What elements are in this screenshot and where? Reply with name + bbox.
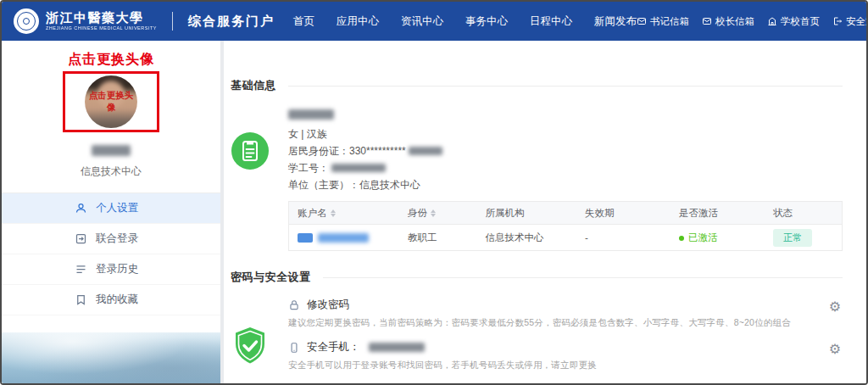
portal-title: 综合服务门户 [188,14,275,30]
id-card-tail-redacted [409,147,442,155]
security-list: 修改密码 建议您定期更换密码，当前密码策略为：密码要求最低分数55分，密码必须是… [288,293,843,383]
app-window: 浙江中醫藥大學 ZHEJIANG CHINESE MEDICAL UNIVERS… [0,0,868,385]
account-name-cell [289,225,400,251]
security-title: 密码与安全设置 [231,270,311,285]
security-body: 修改密码 建议您定期更换密码，当前密码策略为：密码要求最低分数55分，密码必须是… [231,293,843,383]
quick-link-label: 书记信箱 [650,15,689,28]
sidebar-item-label: 联合登录 [96,232,138,246]
section-rule [288,86,843,86]
security-item-phone: 安全手机： 安全手机可以用于登录账号和找回密码，若手机号码丢失或停用，请立即更换… [288,336,843,376]
col-header-expiry: 失效期 [576,202,670,225]
profile-name-redacted [288,109,334,120]
nav-item-app-center[interactable]: 应用中心 [337,14,379,29]
university-name: 浙江中醫藥大學 [46,12,157,25]
account-type-icon [298,233,313,243]
logout-link[interactable]: 安全退出 [832,15,868,28]
sidebar-water-image [2,332,220,383]
security-item-email: 安全邮箱：暂无 安全邮箱可以用于登录账号和找回密码，若邮箱弃用，请立即更换 ⚙ [288,378,843,383]
main-nav: 首页 应用中心 资讯中心 事务中心 日程中心 新闻发布 [293,14,637,29]
mail-icon [702,16,712,26]
accounts-table-header-row: 账户名 身份 所属机构 失效期 是否激活 状态 [289,202,843,225]
col-header-activated: 是否激活 [670,202,765,225]
brand-divider [172,12,173,31]
basic-info-badge-col [231,109,270,251]
expiry-cell: - [576,225,670,251]
security-item-title-row: 安全手机： [288,340,805,354]
sidebar-item-login-history[interactable]: 登录历史 [2,254,220,285]
unit-line: 单位（主要）：信息技术中心 [288,176,843,193]
brand-text: 浙江中醫藥大學 ZHEJIANG CHINESE MEDICAL UNIVERS… [46,12,157,31]
main-content: 基础信息 女 | 汉族 居民身份证：330********** [224,41,866,383]
sort-icon [331,209,336,217]
sort-icon [431,209,436,217]
school-icon [767,16,777,26]
staff-id-redacted [331,164,386,172]
sidebar-item-personal-settings[interactable]: 个人设置 [2,193,220,224]
user-name-redacted [92,145,131,156]
university-subtitle: ZHEJIANG CHINESE MEDICAL UNIVERSITY [46,26,157,31]
staff-id-label: 学工号： [288,161,329,176]
phone-icon [288,342,300,354]
password-settings-gear-icon[interactable]: ⚙ [829,300,841,314]
sidebar-menu: 个人设置 联合登录 登录历史 我的收藏 [2,193,220,315]
avatar-overlay-label: 点击更换头像 [85,75,137,128]
nav-item-info-center[interactable]: 资讯中心 [401,14,443,29]
accounts-table: 账户名 身份 所属机构 失效期 是否激活 状态 [288,201,843,251]
security-section-head: 密码与安全设置 [231,270,843,285]
lock-icon [288,299,300,311]
user-avatar[interactable]: 点击更换头像 [85,75,137,128]
user-department: 信息技术中心 [81,165,142,179]
brand: 浙江中醫藥大學 ZHEJIANG CHINESE MEDICAL UNIVERS… [14,8,275,34]
avatar-annotation-box: 点击更换头像 [63,71,159,132]
col-header-account-name[interactable]: 账户名 [289,202,400,225]
unit-label: 单位（主要）： [288,178,359,192]
security-item-title-row: 修改密码 [288,298,805,312]
president-mailbox-link[interactable]: 校长信箱 [702,15,754,28]
activated-dot-icon [679,236,684,241]
status-cell: 正常 [765,225,842,251]
secretary-mailbox-link[interactable]: 书记信箱 [637,15,689,28]
change-password-label[interactable]: 修改密码 [307,298,349,312]
nav-item-news[interactable]: 新闻发布 [594,14,637,29]
mail-icon [637,16,647,26]
activation-text: 已激活 [688,232,718,243]
sidebar-item-label: 我的收藏 [96,293,138,307]
status-badge: 正常 [773,229,812,247]
nav-item-schedule-center[interactable]: 日程中心 [530,14,572,29]
secure-phone-label: 安全手机： [307,340,360,354]
logout-icon [832,16,843,26]
id-card-visible: 330********** [349,145,406,157]
nav-item-home[interactable]: 首页 [293,14,314,29]
top-navbar: 浙江中醫藥大學 ZHEJIANG CHINESE MEDICAL UNIVERS… [2,2,866,41]
topbar-quick-links: 书记信箱 校长信箱 学校首页 安全退出 [637,15,868,28]
joint-login-icon [75,232,87,245]
basic-info-section-head: 基础信息 [231,78,843,93]
history-icon [75,263,87,276]
activation-cell: 已激活 [670,225,765,251]
table-row: 教职工 信息技术中心 - 已激活 正常 [289,225,843,251]
security-shield-icon [231,326,270,366]
phone-settings-gear-icon[interactable]: ⚙ [829,343,841,356]
sidebar-item-favorites[interactable]: 我的收藏 [2,285,220,315]
sidebar-item-joint-login[interactable]: 联合登录 [2,224,220,254]
basic-info-title: 基础信息 [231,78,276,93]
favorites-icon [75,293,87,306]
nav-item-affairs-center[interactable]: 事务中心 [465,14,508,29]
security-item-title-row: 安全邮箱：暂无 [288,382,805,383]
user-icon [75,202,87,215]
identity-cell: 教职工 [399,225,476,251]
quick-link-label: 校长信箱 [715,15,754,28]
school-homepage-link[interactable]: 学校首页 [767,15,820,28]
organization-cell: 信息技术中心 [477,225,577,251]
gender-ethnicity: 女 | 汉族 [288,126,843,142]
phone-number-redacted [369,343,425,352]
profile-card-icon [231,132,269,170]
col-header-identity[interactable]: 身份 [399,202,476,225]
col-header-status: 状态 [765,202,842,225]
sidebar-item-label: 个人设置 [96,201,138,215]
quick-link-label: 安全退出 [846,15,868,28]
sidebar-item-label: 登录历史 [96,262,138,276]
basic-info-content: 女 | 汉族 居民身份证：330********** 学工号： 单位（主要）：信… [288,109,843,251]
account-name-redacted[interactable] [318,233,369,243]
university-seal-logo [14,8,39,34]
